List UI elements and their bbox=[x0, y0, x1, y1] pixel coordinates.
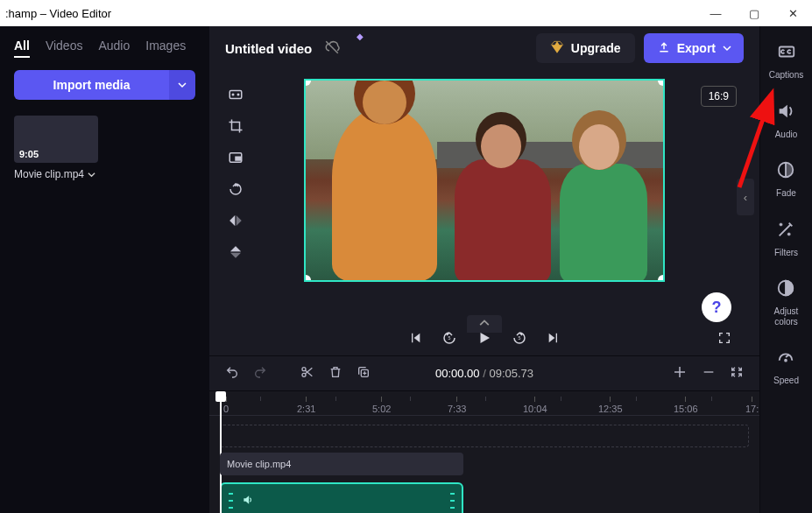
minimize-button[interactable]: — bbox=[696, 0, 735, 26]
tab-audio[interactable]: Audio bbox=[98, 39, 130, 58]
audio-tool[interactable]: Audio bbox=[775, 102, 798, 140]
resize-handle[interactable] bbox=[304, 275, 311, 282]
zoom-fit-icon[interactable] bbox=[730, 365, 744, 382]
upload-icon bbox=[658, 41, 670, 56]
clip-handle-left[interactable] bbox=[229, 490, 233, 511]
chevron-down-icon bbox=[723, 44, 731, 53]
pip-icon[interactable] bbox=[227, 149, 244, 166]
wand-icon bbox=[776, 220, 795, 243]
ruler-tick: 10:04 bbox=[523, 397, 547, 414]
speed-tool[interactable]: Speed bbox=[773, 348, 799, 386]
svg-point-14 bbox=[786, 360, 787, 362]
svg-text:5: 5 bbox=[519, 335, 521, 341]
tab-videos[interactable]: Videos bbox=[46, 39, 83, 58]
fit-icon[interactable] bbox=[227, 86, 244, 103]
ruler-tick: 7:33 bbox=[448, 397, 466, 414]
clip-handle-right[interactable] bbox=[450, 490, 455, 511]
svg-rect-4 bbox=[236, 157, 240, 160]
contrast-icon bbox=[776, 278, 795, 302]
video-clip[interactable]: Movie clip.mp4 bbox=[220, 453, 463, 475]
tab-images[interactable]: Images bbox=[145, 39, 186, 58]
maximize-button[interactable]: ▢ bbox=[735, 0, 773, 26]
ruler-tick: 5:02 bbox=[372, 397, 391, 414]
cloud-off-icon[interactable] bbox=[324, 39, 340, 58]
svg-rect-0 bbox=[229, 91, 242, 99]
media-duration: 9:05 bbox=[19, 149, 39, 159]
undo-icon[interactable] bbox=[225, 365, 239, 382]
forward-5-icon[interactable]: 5 bbox=[512, 330, 527, 349]
rotate-icon[interactable] bbox=[227, 180, 244, 198]
play-icon[interactable] bbox=[477, 330, 492, 349]
window-title: :hamp – Video Editor bbox=[5, 7, 111, 20]
crop-icon[interactable] bbox=[227, 117, 244, 135]
export-button[interactable]: Export bbox=[644, 33, 744, 63]
speaker-icon bbox=[776, 102, 795, 125]
speaker-icon[interactable] bbox=[242, 494, 254, 509]
filters-tool[interactable]: Filters bbox=[774, 220, 798, 258]
rewind-5-icon[interactable]: 5 bbox=[441, 330, 457, 349]
skip-end-icon[interactable] bbox=[547, 331, 561, 348]
upgrade-button[interactable]: Upgrade bbox=[536, 33, 635, 63]
gauge-icon bbox=[776, 348, 795, 371]
help-button[interactable]: ? bbox=[702, 292, 731, 322]
timeline-ruler[interactable]: 0 2:31 5:02 7:33 10:04 12:35 15:06 17: bbox=[209, 391, 759, 416]
import-media-button[interactable]: Import media bbox=[14, 70, 169, 100]
captions-tool[interactable]: Captions bbox=[769, 42, 803, 81]
fullscreen-icon[interactable] bbox=[717, 331, 731, 348]
collapse-right-button[interactable]: ‹ bbox=[737, 179, 754, 215]
zoom-out-icon[interactable] bbox=[702, 365, 716, 382]
svg-point-1 bbox=[232, 94, 234, 95]
media-filename: Movie clip.mp4 bbox=[14, 168, 84, 180]
fade-icon bbox=[776, 160, 795, 184]
duplicate-icon[interactable] bbox=[357, 365, 371, 382]
flip-h-icon[interactable] bbox=[227, 212, 244, 229]
captions-icon bbox=[777, 42, 796, 66]
diamond-icon: ◆ bbox=[357, 32, 364, 41]
resize-handle[interactable] bbox=[658, 275, 665, 282]
delete-icon[interactable] bbox=[328, 365, 342, 382]
project-title[interactable]: Untitled video bbox=[225, 41, 312, 56]
media-thumbnail[interactable]: 9:05 bbox=[14, 116, 98, 163]
preview-tools bbox=[227, 86, 244, 261]
properties-panel: Captions Audio Fade Filters Adjust color… bbox=[759, 26, 812, 513]
tab-all[interactable]: All bbox=[14, 39, 30, 58]
diamond-icon bbox=[550, 40, 564, 57]
import-media-dropdown[interactable] bbox=[169, 70, 195, 100]
ruler-tick: 17: bbox=[745, 397, 759, 414]
svg-text:5: 5 bbox=[448, 335, 451, 341]
empty-track[interactable] bbox=[220, 425, 749, 447]
redo-icon[interactable] bbox=[253, 365, 267, 382]
flip-v-icon[interactable] bbox=[227, 243, 244, 261]
svg-point-2 bbox=[237, 94, 239, 95]
chevron-down-icon bbox=[178, 81, 187, 89]
adjust-colors-tool[interactable]: Adjust colors bbox=[774, 278, 799, 327]
ruler-tick: 15:06 bbox=[674, 397, 698, 414]
chevron-down-icon[interactable] bbox=[88, 171, 95, 179]
skip-start-icon[interactable] bbox=[408, 331, 422, 348]
audio-clip[interactable] bbox=[220, 482, 463, 513]
media-panel: All Videos Audio Images Import media 9:0… bbox=[0, 26, 209, 513]
video-preview[interactable] bbox=[304, 79, 665, 282]
close-button[interactable]: ✕ bbox=[773, 0, 812, 26]
split-icon[interactable] bbox=[300, 365, 314, 382]
ruler-tick: 2:31 bbox=[297, 397, 315, 414]
aspect-ratio-button[interactable]: 16:9 bbox=[701, 86, 737, 107]
timecode: 00:00.00 / 09:05.73 bbox=[435, 367, 533, 380]
fade-tool[interactable]: Fade bbox=[776, 160, 796, 199]
add-track-icon[interactable] bbox=[672, 364, 688, 383]
ruler-tick: 12:35 bbox=[598, 397, 623, 414]
timeline[interactable]: 0 2:31 5:02 7:33 10:04 12:35 15:06 17: bbox=[209, 390, 759, 513]
